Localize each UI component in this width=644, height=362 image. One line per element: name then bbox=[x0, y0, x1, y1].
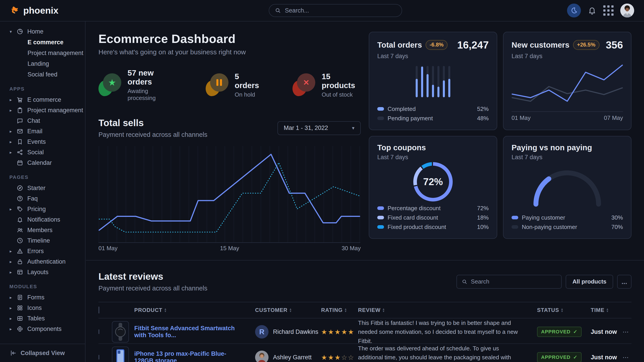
notifications-button[interactable] bbox=[588, 6, 596, 15]
legend-swatch bbox=[377, 206, 384, 210]
sidebar-item-calendar[interactable]: Calendar bbox=[0, 158, 85, 168]
legend-label: Fixed card discount bbox=[388, 214, 438, 221]
stat-circle: ✕ bbox=[297, 73, 315, 92]
sidebar-item-pricing[interactable]: ▸Pricing bbox=[0, 204, 85, 214]
column-header-status[interactable]: STATUS▴▾ bbox=[537, 307, 591, 313]
total-orders-bar-chart bbox=[377, 60, 489, 103]
search-placeholder: Search... bbox=[285, 7, 309, 14]
sort-icon: ▴▾ bbox=[561, 308, 563, 312]
sidebar-section-label: APPS bbox=[0, 80, 85, 95]
row-checkbox[interactable] bbox=[98, 329, 99, 334]
table-row: iPhone 13 pro max-Pacific Blue-128GB sto… bbox=[98, 344, 632, 362]
product-thumb-cell bbox=[112, 321, 134, 343]
row-checkbox[interactable] bbox=[98, 355, 99, 360]
sidebar-item-label: Pricing bbox=[27, 206, 46, 213]
total-orders-legend: Completed52%Pending payment48% bbox=[377, 104, 489, 123]
sidebar-item-errors[interactable]: ▸Errors bbox=[0, 246, 85, 257]
sidebar-item-project-management[interactable]: ▸Project management bbox=[0, 105, 85, 116]
sidebar-item-timeline[interactable]: Timeline bbox=[0, 235, 85, 246]
select-all-checkbox[interactable] bbox=[98, 307, 99, 314]
stat-caption: Awating processing bbox=[128, 88, 174, 101]
legend-row: Pending payment48% bbox=[377, 114, 489, 123]
theme-toggle-button[interactable] bbox=[567, 3, 581, 17]
row-menu-button[interactable]: ⋯ bbox=[620, 354, 632, 361]
sidebar-item-label: Tables bbox=[27, 315, 45, 322]
legend-label: Pending payment bbox=[388, 115, 433, 122]
sidebar-item-starter[interactable]: Starter bbox=[0, 183, 85, 193]
sidebar-item-forms[interactable]: ▸Forms bbox=[0, 292, 85, 303]
more-options-button[interactable]: ... bbox=[617, 275, 632, 289]
star-icon: ★ bbox=[108, 78, 116, 87]
sidebar-item-events[interactable]: ▸Events bbox=[0, 137, 85, 147]
sidebar-item-icons[interactable]: ▸Icons bbox=[0, 303, 85, 313]
user-avatar[interactable] bbox=[620, 3, 634, 17]
global-search-input[interactable]: Search... bbox=[269, 4, 402, 17]
legend-swatch bbox=[377, 107, 384, 111]
sidebar-item-layouts[interactable]: ▸Layouts bbox=[0, 267, 85, 278]
legend-value: 52% bbox=[477, 105, 489, 112]
sidebar-item-label: Members bbox=[27, 227, 52, 234]
legend-swatch bbox=[377, 216, 384, 219]
pie-icon bbox=[16, 28, 24, 35]
new-customers-line-chart bbox=[512, 60, 623, 111]
sidebar-item-e-commerce[interactable]: ▸E commerce bbox=[0, 95, 85, 105]
rating-stars: ★★★★★ bbox=[321, 328, 358, 336]
sidebar-subitem-landing[interactable]: Landing bbox=[0, 58, 85, 69]
column-header-review[interactable]: REVIEW▴▾ bbox=[358, 307, 537, 313]
status-badge: APPROVED✓ bbox=[537, 352, 582, 362]
reviews-search-placeholder: Search bbox=[471, 278, 489, 285]
sidebar-item-chat[interactable]: Chat bbox=[0, 116, 85, 126]
column-header-customer[interactable]: CUSTOMER▴▾ bbox=[255, 307, 321, 313]
apps-grid-button[interactable] bbox=[603, 5, 614, 16]
legend-value: 30% bbox=[611, 214, 623, 221]
all-products-button[interactable]: All products bbox=[566, 275, 613, 289]
sidebar-item-faq[interactable]: Faq bbox=[0, 193, 85, 204]
calendar-icon bbox=[16, 159, 24, 167]
sidebar-item-social[interactable]: ▸Social bbox=[0, 147, 85, 158]
collapsed-view-toggle[interactable]: Collapsed View bbox=[0, 344, 85, 362]
column-header-rating[interactable]: RATING▴▾ bbox=[321, 307, 358, 313]
product-thumbnail[interactable] bbox=[112, 347, 129, 362]
sidebar-item-tables[interactable]: ▸Tables bbox=[0, 313, 85, 324]
product-cell: iPhone 13 pro max-Pacific Blue-128GB sto… bbox=[134, 350, 255, 362]
sidebar-subitem-e-commerce[interactable]: E commerce bbox=[0, 37, 85, 48]
brand-logo[interactable]: phoenix bbox=[10, 5, 58, 16]
stat-value: 57 new orders bbox=[128, 68, 174, 86]
customer-name: Ashley Garrett bbox=[273, 354, 312, 361]
page-subtitle: Here's what's going on at your business … bbox=[98, 48, 361, 56]
sidebar-item-members[interactable]: Members bbox=[0, 225, 85, 235]
row-menu-button[interactable]: ⋯ bbox=[620, 328, 632, 336]
top-coupons-legend: Percentage discount72%Fixed card discoun… bbox=[377, 203, 489, 232]
sort-icon: ▴▾ bbox=[607, 308, 608, 312]
sort-icon: ▴▾ bbox=[290, 308, 292, 312]
product-link[interactable]: Fitbit Sense Advanced Smartwatch with To… bbox=[134, 325, 255, 339]
column-header-product[interactable]: PRODUCT▴▾ bbox=[134, 307, 255, 313]
stat-value: 5 orders bbox=[235, 72, 261, 90]
stat-item: ★57 new ordersAwating processing bbox=[98, 68, 174, 101]
kpi-cards-grid: Total orders -6.8% 16,247 Last 7 days Co… bbox=[369, 32, 632, 253]
sidebar-item-email[interactable]: ▸Email bbox=[0, 126, 85, 137]
legend-label: Fixed product discount bbox=[388, 224, 446, 231]
sidebar-item-label: Notifications bbox=[27, 216, 60, 223]
caret-icon: ▸ bbox=[8, 97, 13, 102]
card-period: Last 7 days bbox=[377, 154, 489, 161]
sidebar-item-authentication[interactable]: ▸Authentication bbox=[0, 257, 85, 267]
legend-value: 10% bbox=[477, 224, 489, 231]
product-thumbnail[interactable] bbox=[112, 321, 129, 343]
sidebar-item-home[interactable]: ▾Home bbox=[0, 26, 85, 37]
sidebar-item-notifications[interactable]: Notifications bbox=[0, 214, 85, 225]
check-icon: ✓ bbox=[573, 329, 577, 335]
page-title: Ecommerce Dashboard bbox=[98, 32, 361, 46]
total-sells-title: Total sells bbox=[98, 118, 208, 128]
date-range-select[interactable]: Mar 1 - 31, 2022 ▾ bbox=[278, 121, 361, 135]
sidebar-subitem-project-management[interactable]: Project management bbox=[0, 48, 85, 58]
date-range-value: Mar 1 - 31, 2022 bbox=[284, 125, 328, 131]
top-coupons-donut-chart: 72% bbox=[377, 161, 489, 203]
product-link[interactable]: iPhone 13 pro max-Pacific Blue-128GB sto… bbox=[134, 350, 255, 362]
column-header-time[interactable]: TIME▴▾ bbox=[591, 307, 620, 313]
sidebar-subitem-social-feed[interactable]: Social feed bbox=[0, 69, 85, 80]
navbar-actions bbox=[567, 3, 634, 17]
reviews-search-input[interactable]: Search bbox=[456, 275, 562, 289]
sidebar: ▾HomeE commerceProject managementLanding… bbox=[0, 21, 86, 362]
sidebar-item-components[interactable]: ▸Components bbox=[0, 324, 85, 334]
